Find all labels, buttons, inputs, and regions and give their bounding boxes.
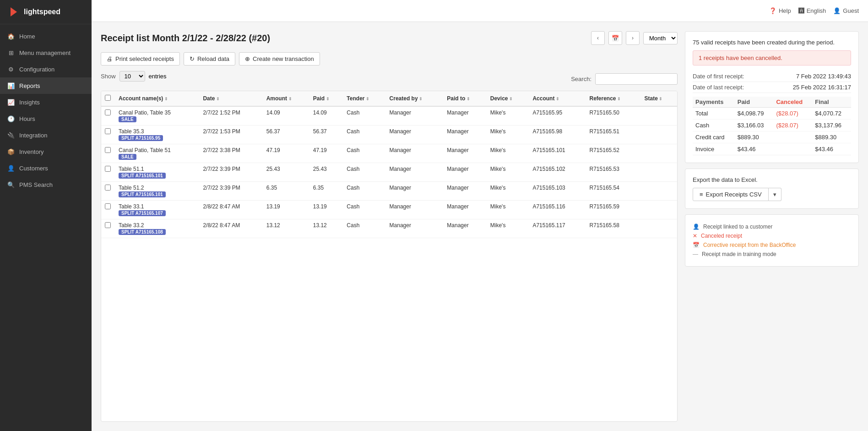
user-icon: 👤 xyxy=(833,7,841,14)
create-transaction-button[interactable]: ⊕ Create new transaction xyxy=(239,52,320,65)
trend-icon: 📈 xyxy=(7,98,15,106)
payment-row: Cash $3,166.03 ($28.07) $3,137.96 xyxy=(693,120,851,131)
create-icon: ⊕ xyxy=(245,55,250,62)
payment-canceled xyxy=(773,131,812,143)
sidebar-item-configuration[interactable]: ⚙ Configuration xyxy=(0,61,92,77)
table-row: Canal Patio, Table 51 SALE 2/7/22 3:38 P… xyxy=(101,144,677,163)
col-created-by[interactable]: Created by xyxy=(386,91,444,106)
payment-label: Total xyxy=(693,108,735,120)
row-checkbox[interactable] xyxy=(105,147,111,153)
date-last-row: Date of last receipt: 25 Feb 2022 16:31:… xyxy=(693,82,851,93)
row-checkbox[interactable] xyxy=(105,203,111,209)
account-name-text: Table 51.2 xyxy=(119,185,195,191)
logo-text: lightspeed xyxy=(24,8,60,16)
payment-final: $4,070.72 xyxy=(812,108,851,120)
reload-data-button[interactable]: ↻ Reload data xyxy=(184,52,235,65)
col-reference[interactable]: Reference xyxy=(586,91,641,106)
col-state[interactable]: State xyxy=(641,91,677,106)
search-label: Search: xyxy=(571,76,591,82)
legend-customer-label: Receipt linked to a customer xyxy=(703,224,772,230)
table-row: Table 51.2 SPLIT A715165.101 2/7/22 3:39… xyxy=(101,182,677,201)
date-last-value: 25 Feb 2022 16:31:17 xyxy=(793,84,851,91)
cell-created-by: Manager xyxy=(386,201,444,219)
col-device[interactable]: Device xyxy=(487,91,529,106)
row-checkbox[interactable] xyxy=(105,222,111,228)
next-period-button[interactable]: › xyxy=(626,31,640,45)
payment-paid: $3,166.03 xyxy=(735,120,774,131)
export-receipts-csv-button[interactable]: ≡ Export Receipts CSV xyxy=(693,188,769,201)
col-paid-to[interactable]: Paid to xyxy=(443,91,486,106)
cell-account: A715165.103 xyxy=(529,182,586,201)
user-button[interactable]: 👤 Guest xyxy=(833,7,859,14)
calendar-button[interactable]: 📅 xyxy=(608,31,622,45)
export-card: Export the data to Excel. ≡ Export Recei… xyxy=(685,169,859,209)
payment-row: Credit card $889.30 $889.30 xyxy=(693,131,851,143)
row-checkbox[interactable] xyxy=(105,185,111,191)
cell-amount: 14.09 xyxy=(263,106,309,125)
show-label: Show xyxy=(101,73,116,80)
row-checkbox[interactable] xyxy=(105,109,111,115)
cell-tender: Cash xyxy=(343,219,385,238)
cell-created-by: Manager xyxy=(386,106,444,125)
cell-paid-to: Manager xyxy=(443,125,486,144)
cell-reference: R715165.54 xyxy=(586,182,641,201)
receipts-table: Account name(s) Date Amount Paid Tender … xyxy=(101,91,677,238)
help-label: Help xyxy=(779,7,791,14)
col-amount[interactable]: Amount xyxy=(263,91,309,106)
left-panel: Receipt list Month 2/1/22 - 2/28/22 (#20… xyxy=(101,31,678,422)
language-button[interactable]: 🅰 English xyxy=(798,7,826,14)
cell-account-name: Table 33.2 SPLIT A715165.108 xyxy=(115,219,199,238)
cell-account: A715165.117 xyxy=(529,219,586,238)
row-badge: SPLIT A715165.108 xyxy=(119,229,166,235)
legend-cancelled-label: Canceled receipt xyxy=(701,233,742,239)
sidebar-item-reports[interactable]: 📊 Reports xyxy=(0,77,92,94)
sidebar-item-label-reports: Reports xyxy=(19,82,40,89)
lightspeed-logo-icon xyxy=(7,5,20,18)
col-account-name[interactable]: Account name(s) xyxy=(115,91,199,106)
help-button[interactable]: ❓ Help xyxy=(769,7,791,14)
sidebar-item-integration[interactable]: 🔌 Integration xyxy=(0,127,92,143)
sidebar-item-customers[interactable]: 👤 Customers xyxy=(0,160,92,176)
home-icon: 🏠 xyxy=(7,33,15,40)
main-area: ❓ Help 🅰 English 👤 Guest Receipt list Mo… xyxy=(92,0,868,431)
sidebar-item-insights[interactable]: 📈 Insights xyxy=(0,94,92,110)
search-input[interactable] xyxy=(595,73,678,85)
export-btn-group: ≡ Export Receipts CSV ▾ xyxy=(693,188,851,201)
sidebar-item-label-home: Home xyxy=(19,33,35,40)
sidebar-item-label-menu: Menu management xyxy=(19,49,71,56)
sidebar-item-inventory[interactable]: 📦 Inventory xyxy=(0,143,92,160)
payment-canceled xyxy=(773,143,812,155)
period-select[interactable]: Day Week Month Year xyxy=(643,32,678,44)
row-badge: SPLIT A715165.95 xyxy=(119,135,163,141)
cell-created-by: Manager xyxy=(386,144,444,163)
col-date[interactable]: Date xyxy=(199,91,262,106)
prev-period-button[interactable]: ‹ xyxy=(591,31,605,45)
payment-paid: $4,098.79 xyxy=(735,108,774,120)
sidebar-item-menu-management[interactable]: ⊞ Menu management xyxy=(0,44,92,61)
legend-training: — Receipt made in training mode xyxy=(693,250,851,259)
row-checkbox[interactable] xyxy=(105,166,111,172)
payment-canceled: ($28.07) xyxy=(773,120,812,131)
select-all-checkbox[interactable] xyxy=(105,95,111,101)
cell-state xyxy=(641,219,677,238)
sidebar-item-pms-search[interactable]: 🔍 PMS Search xyxy=(0,176,92,193)
sidebar-item-home[interactable]: 🏠 Home xyxy=(0,28,92,44)
cell-date: 2/7/22 3:39 PM xyxy=(199,163,262,182)
account-name-text: Table 33.1 xyxy=(119,203,195,210)
row-checkbox[interactable] xyxy=(105,128,111,134)
cell-paid: 25.43 xyxy=(309,163,343,182)
cell-account: A715165.116 xyxy=(529,201,586,219)
export-dropdown-button[interactable]: ▾ xyxy=(769,188,781,201)
account-name-text: Table 35.3 xyxy=(119,128,195,135)
valid-receipts-msg: 75 valid receipts have been created duri… xyxy=(693,39,851,46)
sidebar-item-label-integration: Integration xyxy=(19,132,47,139)
print-receipts-button[interactable]: 🖨 Print selected receipts xyxy=(101,52,180,65)
sidebar-item-hours[interactable]: 🕐 Hours xyxy=(0,110,92,127)
cell-reference: R715165.51 xyxy=(586,125,641,144)
col-tender[interactable]: Tender xyxy=(343,91,385,106)
cell-amount: 25.43 xyxy=(263,163,309,182)
col-paid[interactable]: Paid xyxy=(309,91,343,106)
col-account[interactable]: Account xyxy=(529,91,586,106)
entries-select[interactable]: 10 25 50 100 xyxy=(119,71,145,82)
sidebar: lightspeed 🏠 Home ⊞ Menu management ⚙ Co… xyxy=(0,0,92,431)
